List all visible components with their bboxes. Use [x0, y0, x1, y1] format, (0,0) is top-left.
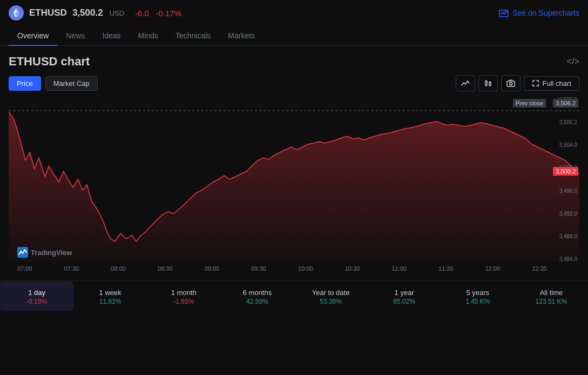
- chart-section: ETHUSD chart </> Price Market Cap: [0, 46, 588, 278]
- chart-controls: Price Market Cap: [9, 75, 579, 91]
- see-on-supercharts-link[interactable]: See on Supercharts: [498, 8, 579, 18]
- time-range-1day[interactable]: 1 day -0.19%: [0, 281, 73, 311]
- time-range-1day-change: -0.19%: [4, 298, 69, 305]
- prev-close-label: Prev close: [513, 99, 546, 108]
- nav-item-minds[interactable]: Minds: [130, 26, 167, 45]
- time-range-5years[interactable]: 5 years 1.45 K%: [441, 281, 515, 311]
- time-range-selector: 1 day -0.19% 1 week 11.62% 1 month -1.65…: [0, 280, 588, 311]
- time-range-6months[interactable]: 6 months 42.59%: [220, 281, 294, 311]
- svg-point-9: [509, 83, 512, 85]
- change-pct: -0.17%: [156, 9, 181, 18]
- x-label-9: 11:00: [391, 265, 407, 272]
- candle-chart-icon: [483, 78, 493, 88]
- x-label-10: 11:30: [438, 265, 454, 272]
- time-range-1week-change: 11.62%: [78, 298, 143, 305]
- camera-icon: [506, 78, 516, 88]
- time-range-alltime-change: 123.51 K%: [519, 298, 584, 305]
- supercharts-label: See on Supercharts: [512, 9, 579, 17]
- time-range-ytd[interactable]: Year to date 53.38%: [294, 281, 368, 311]
- time-range-alltime[interactable]: All time 123.51 K%: [515, 281, 588, 311]
- nav-item-news[interactable]: News: [57, 26, 93, 45]
- x-label-3: 08:00: [111, 265, 126, 272]
- nav-bar: Overview News Ideas Minds Technicals Mar…: [0, 26, 588, 46]
- nav-item-markets[interactable]: Markets: [219, 26, 263, 45]
- camera-icon-btn[interactable]: [501, 75, 521, 91]
- current-price-label: 3,500.2: [553, 167, 578, 176]
- chart-title[interactable]: ETHUSD chart: [9, 55, 90, 69]
- line-chart-icon: [461, 78, 470, 88]
- price-chart-svg: [9, 96, 579, 263]
- full-chart-label: Full chart: [543, 79, 571, 88]
- time-range-1month-label: 1 month: [151, 289, 216, 297]
- time-range-6months-change: 42.59%: [225, 298, 289, 305]
- chart-title-group[interactable]: ETHUSD chart: [9, 55, 92, 69]
- x-label-6: 09:30: [251, 265, 266, 272]
- full-chart-btn[interactable]: Full chart: [524, 76, 579, 91]
- time-range-1month[interactable]: 1 month -1.65%: [147, 281, 220, 311]
- x-label-5: 09:00: [205, 265, 220, 272]
- x-label-1: 07:00: [17, 265, 32, 272]
- time-range-1week-label: 1 week: [78, 289, 143, 297]
- y-label-6: 3,492.0: [547, 211, 579, 217]
- chart-toggle-group: Price Market Cap: [9, 76, 98, 91]
- time-range-1week[interactable]: 1 week 11.62%: [73, 281, 147, 311]
- candle-chart-icon-btn[interactable]: [478, 75, 498, 91]
- time-range-6months-label: 6 months: [225, 289, 289, 297]
- change-value: -6.0: [135, 9, 149, 18]
- market-cap-toggle-btn[interactable]: Market Cap: [45, 76, 98, 91]
- time-range-1year-change: 85.02%: [372, 298, 437, 305]
- y-label-8: 3,484.0: [547, 256, 579, 262]
- x-label-4: 08:30: [158, 265, 173, 272]
- x-axis: 07:00 07:30 08:00 08:30 09:00 09:30 10:0…: [9, 263, 579, 274]
- svg-rect-5: [489, 82, 491, 85]
- y-label-3: 3,504.0: [547, 142, 579, 148]
- chart-action-group: Full chart: [456, 75, 579, 91]
- y-label-2: 3,506.2: [547, 119, 579, 125]
- nav-item-technicals[interactable]: Technicals: [167, 26, 219, 45]
- nav-item-ideas[interactable]: Ideas: [93, 26, 129, 45]
- svg-rect-2: [485, 81, 487, 85]
- time-range-ytd-change: 53.38%: [299, 298, 363, 305]
- ticker-change: -6.0 -0.17%: [135, 9, 181, 18]
- y-label-5: 3,496.0: [547, 188, 579, 194]
- tradingview-logo: TradingView: [17, 247, 72, 258]
- nav-item-overview[interactable]: Overview: [9, 26, 57, 45]
- time-range-5years-label: 5 years: [445, 289, 510, 297]
- embed-icon[interactable]: </>: [567, 57, 579, 66]
- time-range-alltime-label: All time: [519, 289, 584, 297]
- y-axis: 3,508.0 3,506.2 3,504.0 3,500.2 3,496.0 …: [547, 96, 579, 263]
- svg-rect-8: [507, 81, 515, 86]
- x-label-7: 10:00: [298, 265, 313, 272]
- time-range-1day-label: 1 day: [4, 289, 69, 297]
- ticker-symbol: ETHUSD: [29, 8, 67, 18]
- tradingview-logo-icon: [17, 247, 28, 258]
- ticker-currency: USD: [110, 9, 124, 17]
- price-toggle-btn[interactable]: Price: [9, 76, 41, 91]
- x-label-11: 12:00: [485, 265, 501, 272]
- y-label-7: 3,488.0: [547, 233, 579, 239]
- line-chart-icon-btn[interactable]: [456, 75, 475, 91]
- supercharts-icon: [498, 8, 509, 18]
- expand-icon: [532, 79, 539, 87]
- chart-wrapper: 3,508.0 3,506.2 3,504.0 3,500.2 3,496.0 …: [9, 96, 579, 263]
- time-range-5years-change: 1.45 K%: [445, 298, 510, 305]
- time-range-1month-change: -1.65%: [151, 298, 216, 305]
- eth-logo-icon: [9, 5, 24, 21]
- x-label-8: 10:30: [345, 265, 360, 272]
- tradingview-label: TradingView: [31, 249, 72, 257]
- x-label-12: 12:35: [532, 265, 547, 272]
- x-label-2: 07:30: [64, 265, 79, 272]
- header: ETHUSD 3,500.2 USD -6.0 -0.17% See on Su…: [0, 0, 588, 26]
- ticker-price: 3,500.2: [72, 8, 103, 18]
- time-range-ytd-label: Year to date: [299, 289, 363, 297]
- time-range-1year[interactable]: 1 year 85.02%: [368, 281, 441, 311]
- header-left: ETHUSD 3,500.2 USD -6.0 -0.17%: [9, 5, 181, 21]
- chart-title-row: ETHUSD chart </>: [9, 55, 579, 69]
- prev-close-value: 3,506.2: [553, 99, 578, 108]
- time-range-1year-label: 1 year: [372, 289, 437, 297]
